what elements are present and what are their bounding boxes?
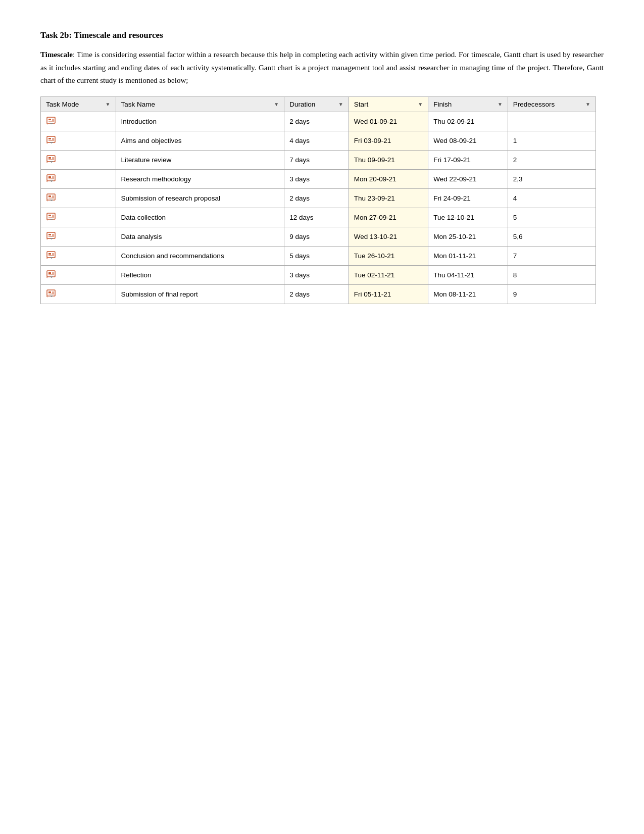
task-mode-cell	[41, 265, 116, 284]
svg-rect-43	[48, 234, 51, 235]
table-row: Reflection3 daysTue 02-11-21Thu 04-11-21…	[41, 265, 596, 284]
predecessors-dropdown-icon[interactable]: ▼	[585, 102, 590, 107]
finish-cell: Mon 01-11-21	[428, 246, 508, 265]
task-name-cell: Reflection	[116, 265, 284, 284]
predecessors-cell	[508, 112, 596, 131]
task-mode-dropdown-icon[interactable]: ▼	[106, 102, 111, 107]
duration-cell: 9 days	[284, 227, 349, 246]
finish-cell: Fri 17-09-21	[428, 150, 508, 169]
finish-cell: Mon 08-11-21	[428, 284, 508, 304]
finish-cell: Thu 04-11-21	[428, 265, 508, 284]
predecessors-cell: 2,3	[508, 169, 596, 188]
table-row: Conclusion and recommendations5 daysTue …	[41, 246, 596, 265]
svg-rect-1	[48, 119, 51, 120]
finish-cell: Tue 12-10-21	[428, 208, 508, 227]
predecessors-cell: 4	[508, 188, 596, 208]
predecessors-cell: 7	[508, 246, 596, 265]
start-cell: Thu 09-09-21	[349, 150, 428, 169]
col-header-predecessors[interactable]: Predecessors ▼	[508, 96, 596, 112]
predecessors-cell: 9	[508, 284, 596, 304]
start-cell: Tue 02-11-21	[349, 265, 428, 284]
task-name-cell: Conclusion and recommendations	[116, 246, 284, 265]
finish-cell: Thu 02-09-21	[428, 112, 508, 131]
svg-rect-36	[48, 215, 51, 216]
task-mode-icon	[46, 270, 57, 279]
task-mode-cell	[41, 188, 116, 208]
finish-dropdown-icon[interactable]: ▼	[498, 102, 503, 107]
start-dropdown-icon[interactable]: ▼	[418, 102, 423, 107]
duration-cell: 3 days	[284, 265, 349, 284]
task-mode-cell	[41, 208, 116, 227]
start-cell: Mon 27-09-21	[349, 208, 428, 227]
task-name-cell: Data analysis	[116, 227, 284, 246]
duration-cell: 2 days	[284, 284, 349, 304]
task-mode-cell	[41, 131, 116, 150]
predecessors-cell: 1	[508, 131, 596, 150]
predecessors-cell: 5	[508, 208, 596, 227]
start-cell: Fri 05-11-21	[349, 284, 428, 304]
task-mode-icon	[46, 212, 57, 221]
col-header-start[interactable]: Start ▼	[349, 96, 428, 112]
table-row: Aims and objectives4 daysFri 03-09-21Wed…	[41, 131, 596, 150]
page-title: Task 2b: Timescale and resources	[40, 30, 604, 40]
duration-dropdown-icon[interactable]: ▼	[338, 102, 343, 107]
task-mode-icon	[46, 135, 57, 144]
table-row: Submission of research proposal2 daysThu…	[41, 188, 596, 208]
table-row: Data collection12 daysMon 27-09-21Tue 12…	[41, 208, 596, 227]
duration-cell: 4 days	[284, 131, 349, 150]
svg-rect-8	[48, 138, 51, 139]
predecessors-cell: 8	[508, 265, 596, 284]
finish-cell: Wed 22-09-21	[428, 169, 508, 188]
duration-cell: 12 days	[284, 208, 349, 227]
table-row: Literature review7 daysThu 09-09-21Fri 1…	[41, 150, 596, 169]
duration-cell: 5 days	[284, 246, 349, 265]
task-name-cell: Data collection	[116, 208, 284, 227]
task-mode-cell	[41, 112, 116, 131]
duration-cell: 2 days	[284, 188, 349, 208]
svg-rect-57	[48, 272, 51, 274]
task-name-cell: Aims and objectives	[116, 131, 284, 150]
task-mode-cell	[41, 150, 116, 169]
finish-cell: Wed 08-09-21	[428, 131, 508, 150]
predecessors-cell: 2	[508, 150, 596, 169]
svg-rect-50	[48, 253, 51, 255]
start-cell: Thu 23-09-21	[349, 188, 428, 208]
col-header-duration[interactable]: Duration ▼	[284, 96, 349, 112]
task-name-dropdown-icon[interactable]: ▼	[274, 102, 279, 107]
task-name-cell: Research methodology	[116, 169, 284, 188]
gantt-table: Task Mode ▼ Task Name ▼ Duration ▼ Start	[40, 96, 596, 304]
task-mode-icon	[46, 174, 57, 183]
task-mode-cell	[41, 169, 116, 188]
task-mode-cell	[41, 227, 116, 246]
svg-rect-15	[48, 157, 51, 159]
duration-cell: 3 days	[284, 169, 349, 188]
task-mode-icon	[46, 155, 57, 164]
table-body: Introduction2 daysWed 01-09-21Thu 02-09-…	[41, 112, 596, 304]
task-name-cell: Introduction	[116, 112, 284, 131]
intro-paragraph: Timescale: Time is considering essential…	[40, 48, 604, 87]
predecessors-cell: 5,6	[508, 227, 596, 246]
task-mode-icon	[46, 289, 57, 298]
svg-rect-29	[48, 195, 51, 197]
task-mode-icon	[46, 251, 57, 260]
task-mode-icon	[46, 116, 57, 125]
task-mode-icon	[46, 193, 57, 202]
task-name-cell: Literature review	[116, 150, 284, 169]
duration-cell: 7 days	[284, 150, 349, 169]
col-header-task-name[interactable]: Task Name ▼	[116, 96, 284, 112]
task-mode-cell	[41, 284, 116, 304]
finish-cell: Mon 25-10-21	[428, 227, 508, 246]
start-cell: Wed 01-09-21	[349, 112, 428, 131]
col-header-task-mode[interactable]: Task Mode ▼	[41, 96, 116, 112]
start-cell: Fri 03-09-21	[349, 131, 428, 150]
col-header-finish[interactable]: Finish ▼	[428, 96, 508, 112]
finish-cell: Fri 24-09-21	[428, 188, 508, 208]
duration-cell: 2 days	[284, 112, 349, 131]
paragraph-text: : Time is considering essential factor w…	[40, 51, 604, 84]
task-mode-icon	[46, 231, 57, 240]
start-cell: Tue 26-10-21	[349, 246, 428, 265]
table-row: Submission of final report2 daysFri 05-1…	[41, 284, 596, 304]
table-row: Research methodology3 daysMon 20-09-21We…	[41, 169, 596, 188]
start-cell: Wed 13-10-21	[349, 227, 428, 246]
table-row: Data analysis9 daysWed 13-10-21Mon 25-10…	[41, 227, 596, 246]
